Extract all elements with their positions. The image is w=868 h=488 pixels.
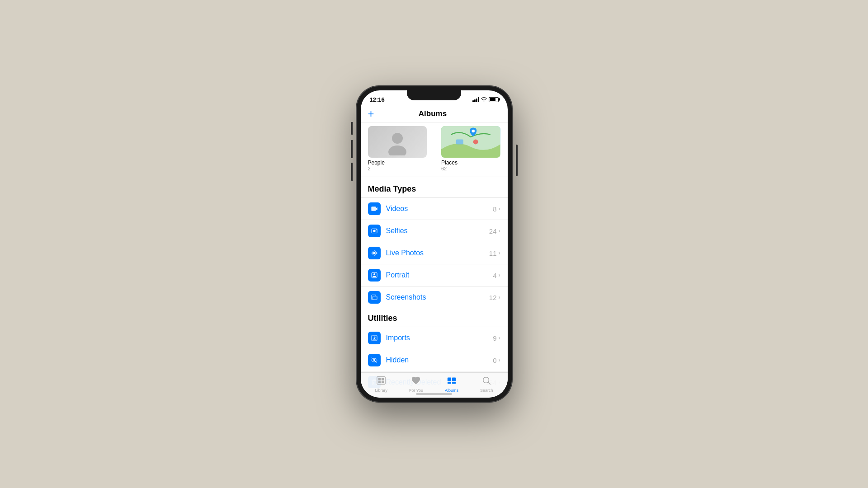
phone-screen: 12:16 [361, 90, 508, 398]
svg-rect-32 [378, 378, 381, 380]
navigation-bar: + Albums [361, 107, 508, 122]
svg-point-11 [373, 252, 375, 254]
places-label: Places [441, 160, 500, 166]
svg-point-5 [472, 130, 475, 133]
videos-chevron: › [499, 206, 500, 212]
livephotos-label: Live Photos [386, 249, 489, 257]
people-thumbnail [368, 126, 427, 158]
albums-tab-label: Albums [445, 388, 458, 393]
albums-icon [447, 375, 457, 388]
svg-rect-20 [373, 296, 377, 300]
svg-rect-33 [382, 378, 384, 380]
screenshots-item[interactable]: Screenshots 12 › [361, 286, 508, 308]
imports-count: 9 [493, 334, 496, 342]
power-button [516, 145, 518, 176]
imports-item[interactable]: Imports 9 › [361, 327, 508, 349]
screen-content: People 2 [361, 122, 508, 388]
portrait-count: 4 [493, 272, 496, 279]
people-label: People [368, 160, 427, 166]
svg-rect-37 [452, 377, 456, 381]
people-album[interactable]: People 2 [361, 126, 434, 177]
phone-device: 12:16 [356, 86, 512, 402]
videos-label: Videos [386, 205, 493, 213]
screenshots-label: Screenshots [386, 293, 489, 301]
screenshots-chevron: › [499, 294, 500, 300]
page-title: Albums [419, 109, 447, 118]
selfies-icon [368, 225, 381, 237]
hidden-icon [368, 354, 381, 366]
media-types-section: Media Types Videos 8 › [361, 179, 508, 308]
places-count: 62 [441, 166, 500, 171]
svg-line-41 [488, 382, 490, 384]
svg-rect-39 [452, 382, 456, 384]
svg-point-10 [376, 229, 377, 230]
imports-chevron: › [499, 335, 500, 341]
svg-rect-35 [382, 381, 384, 383]
volume-down-button [351, 163, 353, 181]
screenshots-count: 12 [489, 294, 497, 301]
search-icon [481, 375, 491, 388]
selfies-chevron: › [499, 228, 500, 234]
svg-marker-7 [376, 207, 377, 211]
tab-search[interactable]: Search [476, 374, 497, 394]
signal-icon [472, 97, 479, 102]
svg-rect-3 [456, 140, 463, 145]
tab-library[interactable]: Library [371, 374, 391, 394]
silent-switch [351, 122, 353, 135]
imports-label: Imports [386, 334, 493, 342]
hidden-chevron: › [499, 357, 500, 363]
livephotos-icon [368, 247, 381, 259]
tab-albums[interactable]: Albums [441, 374, 462, 394]
screenshots-icon [368, 291, 381, 304]
battery-icon [489, 97, 499, 102]
portrait-icon [368, 269, 381, 282]
library-tab-label: Library [375, 388, 387, 393]
foryou-tab-label: For You [409, 388, 423, 393]
portrait-item[interactable]: Portrait 4 › [361, 264, 508, 286]
add-album-button[interactable]: + [368, 108, 374, 119]
videos-icon [368, 202, 381, 215]
svg-point-4 [473, 140, 478, 145]
livephotos-count: 11 [489, 249, 497, 257]
svg-point-9 [373, 230, 375, 232]
livephotos-chevron: › [499, 250, 500, 256]
svg-point-0 [392, 133, 403, 144]
library-icon [376, 375, 386, 388]
hidden-item[interactable]: Hidden 0 › [361, 349, 508, 371]
utilities-title: Utilities [361, 314, 508, 327]
status-time: 12:16 [370, 96, 385, 103]
svg-rect-36 [448, 377, 451, 381]
svg-point-1 [388, 145, 406, 155]
home-indicator [416, 393, 452, 395]
hidden-count: 0 [493, 357, 496, 364]
svg-rect-34 [378, 381, 381, 383]
selfies-label: Selfies [386, 227, 489, 235]
albums-top-section: People 2 [361, 122, 508, 177]
selfies-item[interactable]: Selfies 24 › [361, 220, 508, 242]
svg-rect-31 [377, 376, 385, 384]
search-tab-label: Search [480, 388, 493, 393]
svg-point-18 [373, 273, 375, 275]
svg-rect-6 [371, 206, 376, 211]
wifi-icon [481, 97, 487, 103]
places-album[interactable]: Places 62 [434, 126, 508, 177]
videos-item[interactable]: Videos 8 › [361, 197, 508, 220]
status-icons [472, 97, 499, 103]
svg-rect-38 [448, 382, 451, 384]
portrait-label: Portrait [386, 271, 493, 279]
videos-count: 8 [493, 205, 496, 213]
livephotos-item[interactable]: Live Photos 11 › [361, 242, 508, 264]
notch [407, 90, 461, 100]
people-count: 2 [368, 166, 427, 171]
places-thumbnail [441, 126, 500, 158]
hidden-label: Hidden [386, 356, 493, 364]
imports-icon [368, 332, 381, 344]
foryou-icon [411, 375, 421, 388]
selfies-count: 24 [489, 227, 497, 235]
media-types-title: Media Types [361, 184, 508, 197]
volume-up-button [351, 140, 353, 158]
portrait-chevron: › [499, 272, 500, 278]
tab-foryou[interactable]: For You [406, 374, 427, 394]
